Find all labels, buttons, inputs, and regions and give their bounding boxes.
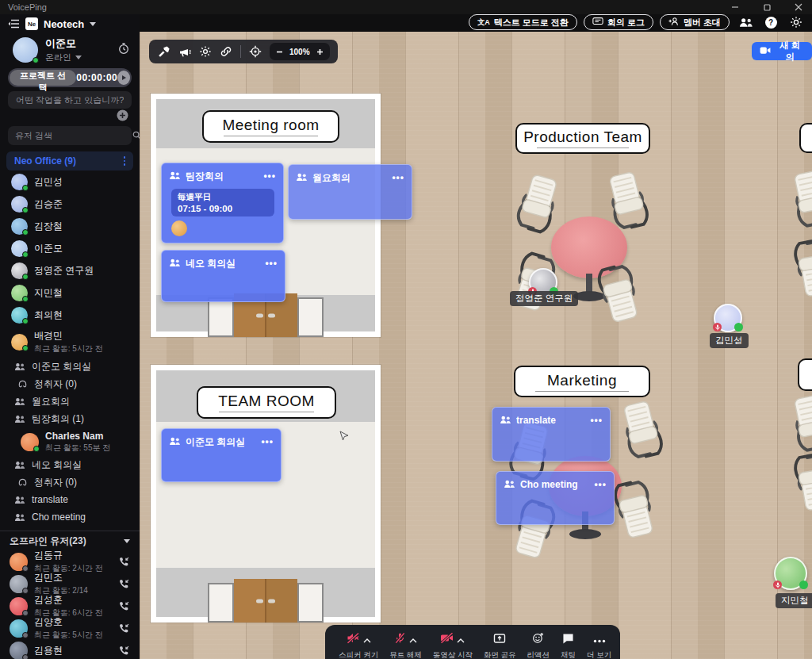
user-row[interactable]: 이준모: [0, 237, 140, 259]
avatar: [11, 307, 28, 324]
card-menu-icon[interactable]: •••: [590, 418, 603, 423]
workspace-dropdown[interactable]: [90, 22, 96, 26]
locate-me-icon[interactable]: [249, 45, 262, 58]
meeting-card-translate[interactable]: translate •••: [492, 407, 611, 462]
offline-user-row[interactable]: 김용현: [0, 639, 140, 659]
timer-icon[interactable]: [117, 42, 130, 58]
channel-row[interactable]: 청취자 (0): [0, 375, 140, 393]
room-team-room[interactable]: TEAM ROOM: [151, 365, 381, 623]
help-icon[interactable]: ?: [761, 14, 780, 30]
channel-row[interactable]: 이준모 회의실: [0, 358, 140, 375]
window-minimize-button[interactable]: [730, 0, 741, 15]
group-icon: [169, 169, 181, 183]
voiceping-app: VoicePing Ne Neotech 이준모 온라인 프로젝트 선택 00:…: [0, 0, 812, 659]
main-topbar: 文A텍스트 모드로 전환 회의 로그 멤버 초대 ?: [140, 14, 812, 32]
chevron-up-icon[interactable]: [409, 634, 417, 646]
invite-member-icon: [668, 17, 680, 28]
meeting-card-teamleader[interactable]: 팀장회의 ••• 毎週平日 07:15 - 09:00: [161, 163, 284, 243]
project-select-button[interactable]: 프로젝트 선택: [10, 70, 76, 86]
copy-link-icon[interactable]: [220, 46, 232, 57]
channel-row[interactable]: 팀장회의 (1): [0, 410, 140, 427]
window-close-button[interactable]: [793, 0, 804, 15]
screen-share-button[interactable]: 화면 공유: [480, 632, 520, 659]
card-menu-icon[interactable]: •••: [594, 482, 607, 487]
timer-play-button[interactable]: [117, 71, 130, 85]
card-menu-icon[interactable]: •••: [261, 439, 274, 444]
channel-row[interactable]: 월요회의: [0, 393, 140, 410]
megaphone-icon[interactable]: [178, 46, 191, 58]
card-menu-icon[interactable]: •••: [263, 174, 276, 178]
call-back-icon[interactable]: [118, 623, 130, 634]
user-row[interactable]: 배경민최근 활동: 5시간 전: [0, 326, 140, 358]
mute-toggle-button[interactable]: 뮤트 해제: [385, 632, 426, 659]
user-row[interactable]: 최의현: [0, 304, 140, 326]
members-icon[interactable]: [736, 14, 755, 30]
area-label-production-team: Production Team: [515, 123, 650, 154]
collapse-sidebar-icon[interactable]: [8, 19, 20, 29]
task-input[interactable]: [8, 91, 132, 109]
chat-icon: [562, 633, 574, 646]
call-back-icon[interactable]: [118, 645, 130, 657]
channel-row[interactable]: 청취자 (0): [0, 473, 140, 491]
user-row[interactable]: 지민철: [0, 282, 140, 304]
meeting-card-cho[interactable]: Cho meeting •••: [496, 471, 615, 525]
user-row[interactable]: 김승준: [0, 193, 140, 215]
user-row[interactable]: 김장철: [0, 215, 140, 237]
office-map[interactable]: 100% 새 회의 Meeting room TEAM ROOM: [140, 32, 812, 659]
meeting-card-monday[interactable]: 월요회의 •••: [288, 164, 412, 220]
avatar: [11, 240, 28, 257]
profile-row[interactable]: 이준모 온라인: [0, 33, 140, 67]
zoom-in-button[interactable]: [316, 48, 324, 56]
chevron-up-icon[interactable]: [363, 634, 371, 646]
user-row[interactable]: 김민성: [0, 170, 140, 193]
channel-member-row[interactable]: Charles Nam최근 활동: 55분 전: [0, 427, 140, 456]
avatar: [11, 218, 28, 235]
build-tool-icon[interactable]: [157, 45, 170, 59]
offline-user-row[interactable]: 김성훈최근 활동: 6시간 전: [0, 595, 140, 617]
group-icon: [14, 362, 25, 371]
invite-member-button[interactable]: 멤버 초대: [660, 14, 730, 30]
call-back-icon[interactable]: [118, 600, 130, 612]
room-label-fragment: [799, 123, 812, 153]
call-back-icon[interactable]: [118, 578, 130, 590]
user-search-input[interactable]: [15, 131, 128, 140]
map-settings-icon[interactable]: [199, 45, 212, 58]
meeting-card-neo[interactable]: 네오 회의실 •••: [161, 250, 285, 302]
offline-users-header[interactable]: 오프라인 유저(23): [0, 531, 140, 550]
offline-user-row[interactable]: 김동규최근 활동: 2시간 전: [0, 550, 140, 573]
speaker-toggle-button[interactable]: 스피커 켜기: [335, 632, 382, 659]
video-toggle-button[interactable]: 동영상 시작: [429, 632, 477, 659]
office-header[interactable]: Neo Office (9): [6, 151, 133, 170]
screen-share-icon: [493, 633, 506, 646]
channel-row[interactable]: translate: [0, 491, 140, 508]
map-avatar-kim[interactable]: [714, 304, 742, 332]
meeting-log-button[interactable]: 회의 로그: [584, 14, 653, 30]
chat-button[interactable]: 채팅: [557, 632, 580, 659]
channel-row[interactable]: 네오 회의실: [0, 456, 140, 473]
offline-user-row[interactable]: 김민조최근 활동: 2/14: [0, 573, 140, 595]
meeting-log-icon: [592, 17, 603, 28]
offline-user-row[interactable]: 김양호최근 활동: 5시간 전: [0, 617, 140, 639]
office-menu-icon[interactable]: [124, 156, 126, 166]
text-mode-button[interactable]: 文A텍스트 모드로 전환: [469, 14, 577, 30]
reaction-button[interactable]: 리액션: [523, 632, 554, 659]
avatar: [11, 262, 28, 279]
camera-icon: [760, 46, 771, 56]
window-maximize-button[interactable]: [761, 0, 772, 15]
more-button[interactable]: 더 보기: [583, 632, 615, 659]
new-meeting-button[interactable]: 새 회의: [752, 42, 812, 60]
call-back-icon[interactable]: [118, 556, 130, 568]
collapse-caret-icon: [124, 539, 130, 543]
channel-row[interactable]: Cho meeting: [0, 508, 140, 526]
schedule-box: 毎週平日 07:15 - 09:00: [171, 189, 274, 216]
status-dropdown-icon[interactable]: [75, 56, 82, 59]
card-menu-icon[interactable]: •••: [392, 175, 404, 180]
settings-icon[interactable]: [787, 14, 806, 30]
add-button[interactable]: [117, 109, 128, 121]
zoom-out-button[interactable]: [276, 48, 283, 56]
chevron-up-icon[interactable]: [457, 634, 465, 646]
user-row[interactable]: 정영준 연구원: [0, 259, 140, 282]
card-menu-icon[interactable]: •••: [265, 261, 278, 266]
map-avatar-ji[interactable]: [774, 557, 807, 590]
meeting-card-leejunmo[interactable]: 이준모 회의실 •••: [161, 428, 282, 482]
